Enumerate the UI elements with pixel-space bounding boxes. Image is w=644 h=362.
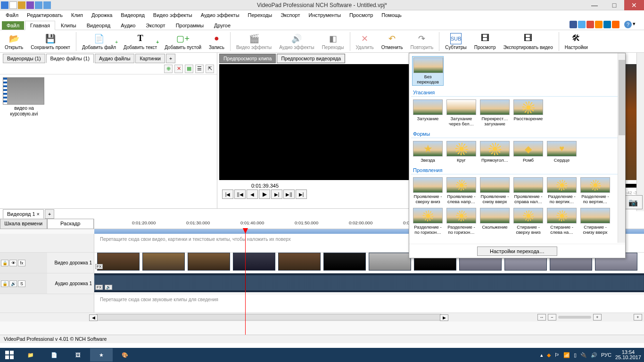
tray-av-icon[interactable]: ◆ xyxy=(547,352,551,358)
menu-transitions[interactable]: Переходы xyxy=(244,11,276,19)
transition-rect[interactable]: Прямоугол… xyxy=(479,140,511,164)
bin-tab-videofiles[interactable]: Видео файлы (1) xyxy=(46,54,94,63)
tray-expand-icon[interactable]: ▴ xyxy=(540,352,543,358)
tray-flag-icon[interactable]: 🏳 xyxy=(554,352,560,358)
redo-icon[interactable] xyxy=(43,1,51,9)
goto-end-button[interactable]: ▶| xyxy=(296,189,307,199)
menu-export[interactable]: Экспорт xyxy=(277,11,304,19)
prev-frame-button[interactable]: ||◀ xyxy=(234,189,246,199)
transition-slide[interactable]: Скольжение xyxy=(479,207,511,236)
add-track-button[interactable]: + xyxy=(634,314,642,321)
export-video-button[interactable]: 🎞Экспортировать видео xyxy=(500,33,555,50)
zoom-slider[interactable] xyxy=(558,316,591,319)
add-text-button[interactable]: T+Добавить текст xyxy=(121,33,160,50)
start-button[interactable] xyxy=(0,348,19,362)
transition-split-h2[interactable]: Разделение - по горизон… xyxy=(446,207,477,236)
ribbon-tab-sequence[interactable]: Видеоряд xyxy=(82,21,116,30)
ribbon-tab-audio[interactable]: Аудио xyxy=(116,21,140,30)
audio-track-label[interactable]: Аудио дорожка 1 xyxy=(47,273,94,294)
bin-list-icon[interactable]: ☰ xyxy=(195,65,204,73)
linkedin-icon[interactable] xyxy=(603,21,611,28)
task-videopad[interactable]: ★ xyxy=(90,348,113,362)
transition-reveal-td[interactable]: Проявление - сверху вниз xyxy=(412,176,444,205)
menu-view[interactable]: Просмотр xyxy=(346,11,377,19)
goto-start-button[interactable]: |◀ xyxy=(222,189,233,199)
snapshot-button[interactable]: 📷 xyxy=(624,195,643,209)
video-fx-button[interactable]: 🎬Видео эффекты xyxy=(233,33,274,50)
transition-reveal-lr[interactable]: Проявление - слева напр… xyxy=(446,176,477,205)
tray-action-icon[interactable]: ▯ xyxy=(574,352,577,358)
ribbon-tab-programs[interactable]: Программы xyxy=(171,21,208,30)
transition-split-v1[interactable]: Разделение - по вертик… xyxy=(546,176,578,205)
video-track-label[interactable]: Видео дорожка 1 xyxy=(47,253,94,273)
bin-delete-icon[interactable]: ✕ xyxy=(174,65,183,73)
add-file-button[interactable]: 📄+Добавить файл xyxy=(79,33,119,50)
preview-button[interactable]: 🎞Просмотр xyxy=(471,33,499,50)
ribbon-tab-file[interactable]: Файл xyxy=(2,21,24,30)
bin-tab-sequences[interactable]: Видеоряды (1) xyxy=(3,54,45,63)
task-photos[interactable]: 🖼 xyxy=(66,348,89,362)
redo-button[interactable]: ↷Повторить xyxy=(407,33,436,50)
track-mute-icon[interactable]: 🔊 xyxy=(9,280,17,287)
menu-expand-icon[interactable]: ▾ xyxy=(633,21,640,28)
record-button[interactable]: ●Запись xyxy=(206,33,227,50)
menu-clip[interactable]: Клип xyxy=(67,11,87,19)
menu-file[interactable]: Файл xyxy=(2,11,22,19)
maximize-button[interactable]: □ xyxy=(604,0,624,10)
bin-add-icon[interactable]: ⊕ xyxy=(164,65,173,73)
undo-icon[interactable] xyxy=(35,1,42,9)
task-paint[interactable]: 🎨 xyxy=(114,348,136,362)
audio-fx-button[interactable]: 🔊Аудио эффекты xyxy=(276,33,317,50)
bin-tab-add[interactable]: + xyxy=(166,54,175,63)
side-scrollbar[interactable]: 📷 xyxy=(636,53,644,211)
fx-badge-audio[interactable]: FX xyxy=(95,285,103,290)
audio-mute-badge[interactable]: 🔊 xyxy=(105,285,112,290)
transition-split-h1[interactable]: Разделение - по горизон… xyxy=(412,207,444,236)
sequence-add-button[interactable]: + xyxy=(45,209,54,219)
track-lock-icon[interactable]: 🔒 xyxy=(1,260,8,266)
mode-storyboard[interactable]: Раскадр xyxy=(47,219,94,229)
undo-button[interactable]: ↶Отменить xyxy=(379,33,406,50)
transition-dissolve[interactable]: Расстворение xyxy=(512,99,544,127)
menu-track[interactable]: Дорожка xyxy=(88,11,116,19)
preview-tab-clip[interactable]: Предпросмотр клипа xyxy=(219,54,276,63)
tray-clock[interactable]: 13:5425.10.2017 xyxy=(615,350,641,360)
ribbon-tab-other[interactable]: Другое xyxy=(209,21,235,30)
playhead[interactable] xyxy=(245,228,246,335)
task-writer[interactable]: 📄 xyxy=(43,348,66,362)
task-explorer[interactable]: 📁 xyxy=(19,348,42,362)
subtitles-button[interactable]: SUBСубтитры xyxy=(442,33,470,50)
transition-heart[interactable]: ♥Сердце xyxy=(546,140,578,164)
menu-edit[interactable]: Редактировать xyxy=(23,11,66,19)
track-solo-icon[interactable]: S xyxy=(18,280,25,287)
track-view-icon[interactable]: 👁 xyxy=(9,260,17,266)
settings-button[interactable]: 🛠Настройки xyxy=(562,33,591,50)
ribbon-tab-clips[interactable]: Клипы xyxy=(56,21,81,30)
minimize-button[interactable]: — xyxy=(585,0,604,10)
menu-sequence[interactable]: Видеоряд xyxy=(117,11,149,19)
bin-detach-icon[interactable]: ⇱ xyxy=(206,65,214,73)
gplus-icon[interactable] xyxy=(586,21,594,28)
transition-fadewhite[interactable]: Затухание через бел… xyxy=(446,99,477,127)
tray-lang[interactable]: РУС xyxy=(601,352,611,358)
transition-reveal-bu[interactable]: Проявление - снизу вверх xyxy=(479,176,511,205)
stumble-icon[interactable] xyxy=(612,21,619,28)
bin-tab-images[interactable]: Картинки xyxy=(135,54,165,63)
menu-audiofx[interactable]: Аудио эффекты xyxy=(197,11,243,19)
transition-wipe-bu[interactable]: Стирание - снизу вверх xyxy=(579,207,611,236)
tray-network-icon[interactable]: 📶 xyxy=(563,352,570,358)
transitions-scrollbar[interactable] xyxy=(618,53,625,243)
transition-crossfade[interactable]: Перекрест… затухание xyxy=(479,99,511,127)
ribbon-tab-home[interactable]: Главная xyxy=(25,21,55,30)
timeline-hscroll[interactable]: ◀▶ ↔ − + + xyxy=(0,313,644,321)
transition-fade[interactable]: Затухание xyxy=(412,99,444,127)
menu-help[interactable]: Помощь xyxy=(378,11,405,19)
open-icon[interactable] xyxy=(18,1,25,9)
clip-item[interactable]: видео на курсовую.avi xyxy=(3,77,45,117)
transition-settings-button[interactable]: Настройки перехода… xyxy=(477,247,557,256)
fx-badge[interactable]: FX xyxy=(95,264,103,269)
transition-diamond[interactable]: ◆Ромб xyxy=(512,140,544,164)
track-fx-icon[interactable]: fx xyxy=(18,260,25,266)
tray-volume-icon[interactable]: 🔊 xyxy=(591,352,597,358)
transition-star[interactable]: ★Звезда xyxy=(412,140,444,164)
